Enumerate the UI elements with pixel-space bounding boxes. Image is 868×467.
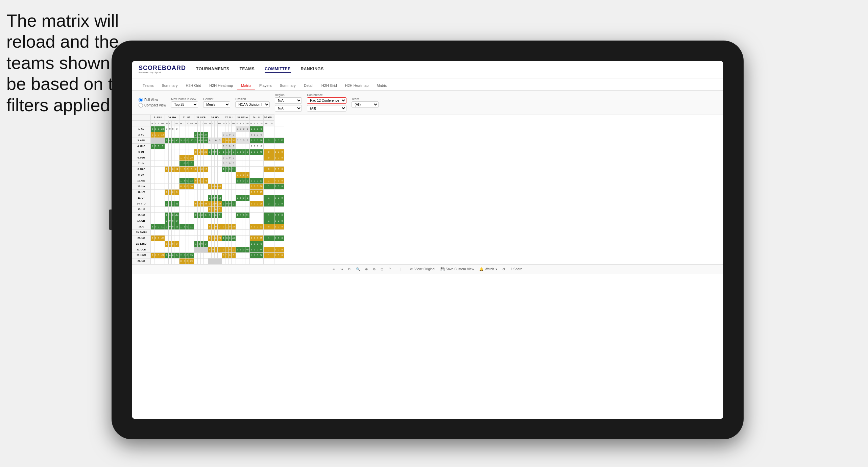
tab-teams[interactable]: Teams: [139, 81, 158, 90]
matrix-cell: 0: [277, 149, 280, 155]
matrix-cell-empty: [198, 207, 201, 213]
zoom-in-button[interactable]: ⊕: [365, 267, 368, 271]
matrix-cell: 1: [263, 247, 274, 253]
tab-h2h-grid-players[interactable]: H2H Grid: [317, 81, 341, 90]
gender-filter: Gender Men's: [203, 97, 230, 108]
refresh-button[interactable]: ⟳: [348, 267, 351, 271]
watch-button[interactable]: 🔔 Watch ▾: [479, 267, 497, 271]
matrix-cell-empty: [245, 207, 249, 213]
tab-h2h-heatmap[interactable]: H2H Heatmap: [205, 81, 237, 90]
matrix-cell: 1: [263, 184, 274, 190]
nav-tournaments[interactable]: TOURNAMENTS: [196, 67, 230, 73]
matrix-cell-empty: [179, 247, 183, 253]
su-t: T: [228, 121, 232, 126]
matrix-cell: 3: [274, 247, 277, 253]
matrix-cell: 3: [183, 178, 186, 184]
nav-committee[interactable]: COMMITTEE: [265, 67, 291, 73]
matrix-cell: 6: [274, 253, 277, 259]
matrix-cell: 0: [280, 247, 284, 253]
matrix-cell: 0: [212, 149, 215, 155]
matrix-cell-empty: [236, 241, 239, 247]
matrix-cell-empty: [225, 259, 228, 264]
gender-select[interactable]: Men's: [203, 101, 230, 108]
matrix-cell: 0: [201, 201, 204, 207]
matrix-cell: 0: [256, 247, 259, 253]
matrix-cell-empty: [183, 126, 186, 132]
matrix-cell: 0: [201, 167, 204, 172]
matrix-cell: 0: [236, 126, 239, 132]
matrix-cell-empty: [263, 126, 274, 132]
matrix-cell-empty: [245, 167, 249, 172]
matrix-cell: 90: [174, 138, 179, 144]
conference-select-2[interactable]: (All): [307, 105, 346, 112]
matrix-cell: 1: [183, 184, 186, 190]
matrix-cell: 0: [215, 213, 218, 218]
matrix-cell-empty: [189, 213, 194, 218]
compact-view-radio[interactable]: Compact View: [139, 103, 166, 107]
matrix-cell: 10: [189, 184, 194, 190]
matrix-cell: 0: [208, 236, 212, 241]
view-original-button[interactable]: 👁 View: Original: [410, 267, 435, 271]
share-button[interactable]: ⤴ Share: [510, 267, 523, 271]
matrix-cell: 1: [208, 213, 212, 218]
extra-button[interactable]: ⚙: [502, 267, 505, 271]
ucb-w: W: [194, 121, 198, 126]
division-select[interactable]: NCAA Division I: [235, 101, 270, 108]
matrix-cell: 0: [157, 126, 160, 132]
zoom-out-button[interactable]: ⊖: [373, 267, 376, 271]
full-view-radio[interactable]: Full View: [139, 98, 166, 102]
matrix-cell-empty: [201, 230, 204, 236]
conference-select[interactable]: Pac-12 Conference: [307, 97, 346, 104]
team-select[interactable]: (All): [352, 101, 379, 108]
matrix-scroll-area[interactable]: 3. ASU 10. UW 11. UA 22. UCB 24. UO 27. …: [132, 115, 723, 264]
uo-dif: Dif: [217, 121, 222, 126]
su-l: L: [225, 121, 228, 126]
table-row: 14. TTU2112202038120282000000293000: [132, 201, 284, 207]
matrix-cell-empty: [154, 155, 157, 161]
nav-teams[interactable]: TEAMS: [240, 67, 255, 73]
matrix-cell-empty: [236, 184, 239, 190]
nav-rankings[interactable]: RANKINGS: [301, 67, 324, 73]
region-select-2[interactable]: N/A: [275, 105, 302, 112]
matrix-cell-empty: [263, 161, 274, 167]
matrix-cell-empty: [215, 126, 218, 132]
matrix-cell: 0: [274, 213, 277, 218]
matrix-cell-empty: [203, 155, 208, 161]
tab-summary-teams[interactable]: Summary: [158, 81, 182, 90]
matrix-cell: 1: [263, 178, 274, 184]
matrix-cell: 1: [179, 224, 183, 230]
matrix-cell: 0: [228, 224, 232, 230]
timer-button[interactable]: ⏱: [388, 267, 392, 271]
matrix-cell-empty: [242, 167, 245, 172]
matrix-cell-empty: [212, 172, 215, 178]
matrix-cell: 0: [242, 247, 245, 253]
matrix-cell-empty: [189, 241, 194, 247]
tab-h2h-grid[interactable]: H2H Grid: [182, 81, 205, 90]
matrix-cell: 0: [201, 132, 204, 138]
matrix-cell: 1: [225, 253, 228, 259]
matrix-cell: 2: [165, 201, 169, 207]
tab-players[interactable]: Players: [255, 81, 276, 90]
matrix-cell: 0: [277, 247, 280, 253]
save-custom-view-button[interactable]: 💾 Save Custom View: [440, 267, 474, 271]
max-teams-select[interactable]: Top 25: [171, 101, 198, 108]
tab-detail[interactable]: Detail: [300, 81, 317, 90]
matrix-cell-empty: [253, 213, 256, 218]
redo-button[interactable]: ↪: [340, 267, 343, 271]
matrix-cell: 1: [236, 213, 239, 218]
matrix-cell: 0: [186, 161, 189, 167]
matrix-cell: 0: [169, 253, 172, 259]
matrix-cell: 0: [239, 178, 242, 184]
matrix-cell-empty: [151, 172, 154, 178]
region-select[interactable]: N/A: [275, 97, 302, 104]
tab-matrix-players[interactable]: Matrix: [372, 81, 391, 90]
tab-matrix[interactable]: Matrix: [237, 81, 255, 90]
matrix-cell: 1: [212, 138, 215, 144]
tab-summary-players[interactable]: Summary: [276, 81, 300, 90]
undo-button[interactable]: ↩: [333, 267, 335, 271]
matrix-cell: 1: [179, 155, 183, 161]
reset-zoom-button[interactable]: ⊡: [381, 267, 383, 271]
tab-h2h-heatmap-players[interactable]: H2H Heatmap: [341, 81, 373, 90]
search-button[interactable]: 🔍: [356, 267, 360, 271]
col-osu: 57. OSU: [263, 115, 274, 121]
